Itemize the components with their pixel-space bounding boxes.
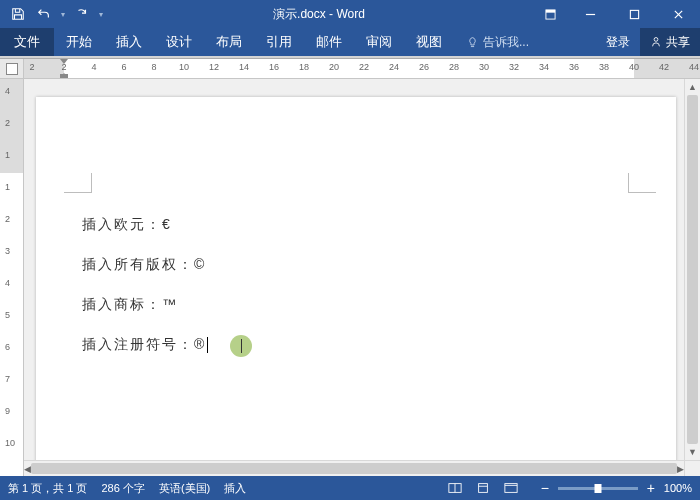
document-viewport[interactable]: 插入欧元：€ 插入所有版权：© 插入商标：™ 插入注册符号：® ▲ ▼ ◀ ▶	[24, 79, 700, 476]
signin-button[interactable]: 登录	[596, 28, 640, 56]
save-icon	[11, 7, 25, 21]
zoom-out-button[interactable]: −	[538, 481, 552, 495]
ribbon-options-icon	[545, 9, 556, 20]
svg-rect-7	[478, 484, 487, 493]
quick-access-toolbar: ▾ ▾	[0, 2, 106, 26]
maximize-button[interactable]	[612, 0, 656, 28]
tab-layout[interactable]: 布局	[204, 28, 254, 56]
title-bar: ▾ ▾ 演示.docx - Word	[0, 0, 700, 28]
qat-customize[interactable]: ▾	[96, 10, 106, 19]
text-line[interactable]: 插入商标：™	[82, 297, 208, 311]
scroll-thumb-vertical[interactable]	[687, 95, 698, 444]
status-page[interactable]: 第 1 页，共 1 页	[8, 481, 87, 496]
status-language[interactable]: 英语(美国)	[159, 481, 210, 496]
qat-dropdown[interactable]: ▾	[58, 10, 68, 19]
scroll-corner	[684, 460, 700, 476]
svg-rect-3	[630, 10, 638, 18]
status-insert-mode[interactable]: 插入	[224, 481, 246, 496]
tell-me-search[interactable]: 告诉我...	[454, 28, 541, 56]
status-bar: 第 1 页，共 1 页 286 个字 英语(美国) 插入 − + 100%	[0, 476, 700, 500]
tab-selector[interactable]	[0, 59, 24, 78]
zoom-slider[interactable]	[558, 487, 638, 490]
tab-home[interactable]: 开始	[54, 28, 104, 56]
zoom-in-button[interactable]: +	[644, 481, 658, 495]
text-line[interactable]: 插入注册符号：®	[82, 337, 208, 353]
tab-review[interactable]: 审阅	[354, 28, 404, 56]
undo-icon	[37, 7, 51, 21]
document-content[interactable]: 插入欧元：€ 插入所有版权：© 插入商标：™ 插入注册符号：®	[82, 217, 208, 379]
scroll-up-button[interactable]: ▲	[685, 79, 700, 95]
maximize-icon	[629, 9, 640, 20]
ruler-vertical[interactable]: 4211234567910	[0, 79, 24, 476]
tell-me-label: 告诉我...	[483, 34, 529, 51]
window-controls	[532, 0, 700, 28]
share-icon	[650, 36, 662, 48]
view-print-layout[interactable]	[470, 478, 496, 498]
text-line[interactable]: 插入欧元：€	[82, 217, 208, 231]
zoom-controls: − + 100%	[538, 481, 692, 495]
text-line[interactable]: 插入所有版权：©	[82, 257, 208, 271]
close-button[interactable]	[656, 0, 700, 28]
text-cursor	[207, 337, 208, 353]
minimize-button[interactable]	[568, 0, 612, 28]
share-button[interactable]: 共享	[640, 28, 700, 56]
svg-rect-1	[545, 9, 554, 12]
ruler-horizontal-container: 2246810121416182022242628303234363840424…	[0, 59, 700, 79]
margin-corner-top-left	[64, 173, 92, 193]
ruler-horizontal[interactable]: 2246810121416182022242628303234363840424…	[24, 59, 700, 78]
minimize-icon	[585, 9, 596, 20]
close-icon	[673, 9, 684, 20]
view-web-layout[interactable]	[498, 478, 524, 498]
scrollbar-horizontal[interactable]: ◀ ▶	[24, 460, 684, 476]
window-title: 演示.docx - Word	[106, 6, 532, 23]
view-buttons	[442, 478, 524, 498]
tab-view[interactable]: 视图	[404, 28, 454, 56]
lightbulb-icon	[466, 36, 479, 49]
tab-mailings[interactable]: 邮件	[304, 28, 354, 56]
ribbon-tabs: 文件 开始 插入 设计 布局 引用 邮件 审阅 视图 告诉我... 登录 共享	[0, 28, 700, 56]
scrollbar-vertical[interactable]: ▲ ▼	[684, 79, 700, 460]
scroll-right-button[interactable]: ▶	[677, 461, 684, 476]
scroll-left-button[interactable]: ◀	[24, 461, 31, 476]
undo-button[interactable]	[32, 2, 56, 26]
page[interactable]: 插入欧元：€ 插入所有版权：© 插入商标：™ 插入注册符号：®	[36, 97, 676, 476]
tab-design[interactable]: 设计	[154, 28, 204, 56]
save-button[interactable]	[6, 2, 30, 26]
redo-button[interactable]	[70, 2, 94, 26]
cursor-highlight	[230, 335, 252, 357]
redo-icon	[75, 7, 89, 21]
tab-file[interactable]: 文件	[0, 28, 54, 56]
zoom-level[interactable]: 100%	[664, 482, 692, 494]
status-word-count[interactable]: 286 个字	[101, 481, 144, 496]
tab-insert[interactable]: 插入	[104, 28, 154, 56]
view-read-mode[interactable]	[442, 478, 468, 498]
scroll-thumb-horizontal[interactable]	[31, 463, 677, 474]
work-area: 4211234567910 插入欧元：€ 插入所有版权：© 插入商标：™ 插入注…	[0, 79, 700, 476]
scroll-down-button[interactable]: ▼	[685, 444, 700, 460]
ribbon-options-button[interactable]	[532, 0, 568, 28]
margin-corner-top-right	[628, 173, 656, 193]
tab-references[interactable]: 引用	[254, 28, 304, 56]
svg-point-4	[654, 38, 658, 42]
